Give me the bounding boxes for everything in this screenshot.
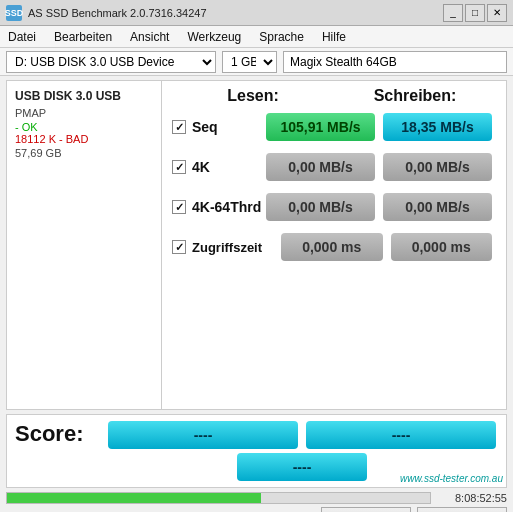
minimize-button[interactable]: _: [443, 4, 463, 22]
bench-label-4k: ✓ 4K: [172, 159, 262, 175]
app-icon: SSD: [6, 5, 22, 21]
title-bar: SSD AS SSD Benchmark 2.0.7316.34247 _ □ …: [0, 0, 513, 26]
menu-ansicht[interactable]: Ansicht: [126, 29, 173, 45]
label-input[interactable]: [283, 51, 507, 73]
bench-label-4k64: ✓ 4K-64Thrd: [172, 199, 262, 215]
menu-werkzeug[interactable]: Werkzeug: [183, 29, 245, 45]
progress-row: 8:08:52:55: [6, 492, 507, 504]
watermark: www.ssd-tester.com.au: [400, 473, 503, 484]
score-label: Score:: [15, 421, 100, 447]
maximize-button[interactable]: □: [465, 4, 485, 22]
device-name: USB DISK 3.0 USB: [15, 89, 153, 103]
drive-select[interactable]: D: USB DISK 3.0 USB Device: [6, 51, 216, 73]
info-bad: 18112 K - BAD: [15, 133, 153, 145]
status-bar: 8:08:52:55: [6, 492, 507, 504]
menu-sprache[interactable]: Sprache: [255, 29, 308, 45]
window-title: AS SSD Benchmark 2.0.7316.34247: [28, 7, 207, 19]
header-write: Schreiben:: [334, 87, 496, 105]
bench-header: Lesen: Schreiben:: [172, 87, 496, 105]
score-row-top: ---- ----: [108, 421, 496, 449]
progress-bar-outer: [6, 492, 431, 504]
header-read: Lesen:: [172, 87, 334, 105]
checkbox-4k64[interactable]: ✓: [172, 200, 186, 214]
seq-write-val: 18,35 MB/s: [383, 113, 492, 141]
start-button[interactable]: Start: [321, 507, 411, 512]
4k-read-val: 0,00 MB/s: [266, 153, 375, 181]
info-ok: - OK: [15, 121, 153, 133]
bench-row-access: ✓ Zugriffszeit 0,000 ms 0,000 ms: [172, 231, 496, 263]
score-vals: ---- ---- ----: [108, 421, 496, 481]
time-label: 8:08:52:55: [437, 492, 507, 504]
bench-panel: Lesen: Schreiben: ✓ Seq 105,91 MB/s 18,3…: [162, 81, 506, 409]
checkbox-4k[interactable]: ✓: [172, 160, 186, 174]
toolbar: D: USB DISK 3.0 USB Device 1 GB: [0, 48, 513, 76]
access-write-val: 0,000 ms: [391, 233, 493, 261]
close-button[interactable]: ✕: [487, 4, 507, 22]
4k-write-val: 0,00 MB/s: [383, 153, 492, 181]
progress-bar-inner: [7, 493, 261, 503]
menu-hilfe[interactable]: Hilfe: [318, 29, 350, 45]
bench-row-4k: ✓ 4K 0,00 MB/s 0,00 MB/s: [172, 151, 496, 183]
menu-datei[interactable]: Datei: [4, 29, 40, 45]
bench-row-seq: ✓ Seq 105,91 MB/s 18,35 MB/s: [172, 111, 496, 143]
info-pmap: PMAP: [15, 107, 153, 119]
seq-read-val: 105,91 MB/s: [266, 113, 375, 141]
main-area: USB DISK 3.0 USB PMAP - OK 18112 K - BAD…: [6, 80, 507, 410]
bench-label-access: ✓ Zugriffszeit: [172, 240, 277, 255]
score-read: ----: [108, 421, 298, 449]
4k64-write-val: 0,00 MB/s: [383, 193, 492, 221]
checkbox-access[interactable]: ✓: [172, 240, 186, 254]
title-bar-left: SSD AS SSD Benchmark 2.0.7316.34247: [6, 5, 207, 21]
info-size: 57,69 GB: [15, 147, 153, 159]
score-total: ----: [237, 453, 367, 481]
bench-label-seq: ✓ Seq: [172, 119, 262, 135]
access-read-val: 0,000 ms: [281, 233, 383, 261]
bottom-bar: Start Abbrechen: [6, 507, 507, 512]
checkbox-seq[interactable]: ✓: [172, 120, 186, 134]
info-panel: USB DISK 3.0 USB PMAP - OK 18112 K - BAD…: [7, 81, 162, 409]
score-write: ----: [306, 421, 496, 449]
abort-button[interactable]: Abbrechen: [417, 507, 507, 512]
size-select[interactable]: 1 GB: [222, 51, 277, 73]
4k64-read-val: 0,00 MB/s: [266, 193, 375, 221]
bench-row-4k64: ✓ 4K-64Thrd 0,00 MB/s 0,00 MB/s: [172, 191, 496, 223]
title-controls: _ □ ✕: [443, 4, 507, 22]
menu-bearbeiten[interactable]: Bearbeiten: [50, 29, 116, 45]
menu-bar: Datei Bearbeiten Ansicht Werkzeug Sprach…: [0, 26, 513, 48]
